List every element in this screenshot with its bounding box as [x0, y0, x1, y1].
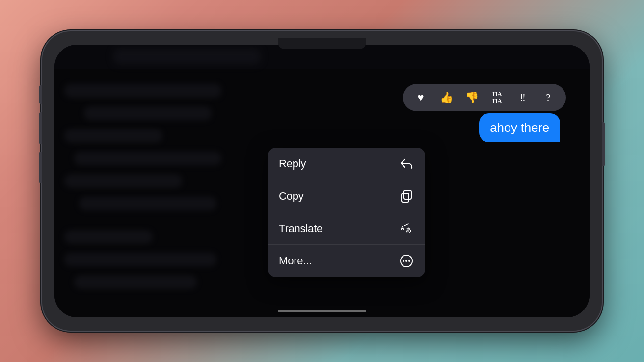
- copy-icon: [399, 188, 414, 204]
- power-button: [602, 122, 605, 166]
- more-menu-item[interactable]: More...: [268, 245, 425, 277]
- message-bubble: ahoy there: [479, 113, 560, 142]
- svg-point-5: [402, 260, 404, 262]
- phone-screen: ♥ 👍 👎 HAHA ‼ ? ahoy there Reply: [54, 45, 590, 317]
- context-menu: Reply Copy Translate: [268, 148, 425, 277]
- reply-menu-item[interactable]: Reply: [268, 148, 425, 180]
- notch: [278, 38, 366, 49]
- svg-point-6: [405, 260, 407, 262]
- more-icon: [399, 253, 414, 269]
- copy-label: Copy: [279, 190, 304, 203]
- react-emphasis-button[interactable]: ‼: [514, 89, 532, 106]
- react-haha-button[interactable]: HAHA: [488, 89, 506, 106]
- message-bubble-container: ahoy there: [479, 113, 560, 142]
- phone-frame: ♥ 👍 👎 HAHA ‼ ? ahoy there Reply: [42, 31, 602, 331]
- reply-label: Reply: [279, 157, 306, 170]
- more-label: More...: [279, 255, 312, 267]
- react-heart-button[interactable]: ♥: [412, 89, 429, 106]
- copy-menu-item[interactable]: Copy: [268, 180, 425, 212]
- svg-text:A: A: [401, 225, 404, 231]
- home-indicator: [278, 310, 366, 312]
- mute-button: [39, 85, 42, 104]
- svg-rect-1: [402, 193, 409, 202]
- translate-icon: A あ: [399, 221, 414, 236]
- translate-label: Translate: [279, 222, 322, 235]
- volume-down-button: [39, 152, 42, 183]
- translate-menu-item[interactable]: Translate A あ: [268, 212, 425, 245]
- react-thumbsup-button[interactable]: 👍: [437, 89, 455, 106]
- react-thumbsdown-button[interactable]: 👎: [463, 89, 481, 106]
- reaction-bar: ♥ 👍 👎 HAHA ‼ ?: [403, 84, 566, 111]
- volume-up-button: [39, 112, 42, 144]
- svg-text:あ: あ: [406, 227, 411, 233]
- svg-rect-0: [404, 190, 411, 199]
- svg-point-7: [408, 260, 410, 262]
- react-question-button[interactable]: ?: [539, 89, 557, 106]
- reply-icon: [399, 156, 414, 172]
